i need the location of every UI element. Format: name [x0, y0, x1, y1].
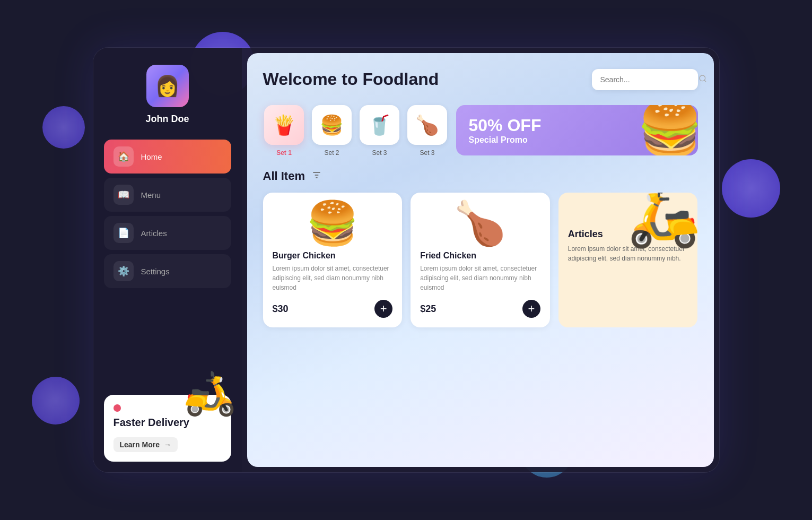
set-2-label: Set 2	[324, 149, 339, 157]
delivery-card: 🛵 Faster Delivery Learn More →	[104, 395, 231, 462]
sidebar-item-articles[interactable]: 📄 Articles	[104, 216, 231, 250]
sidebar-item-home[interactable]: 🏠 Home	[104, 140, 231, 174]
avatar: 👩	[146, 65, 189, 107]
home-icon: 🏠	[113, 146, 134, 167]
menu-icon: 📖	[113, 185, 134, 205]
promo-card[interactable]: 50% OFF Special Promo 🍔	[456, 105, 698, 155]
delivery-dot	[113, 404, 121, 412]
promo-text: 50% OFF Special Promo	[469, 116, 542, 145]
burger-image-icon: 🍔	[273, 202, 393, 245]
sidebar: 👩 John Doe 🏠 Home 📖 Menu 📄 Articles ⚙️ S…	[93, 48, 242, 472]
arrow-right-icon: →	[164, 440, 171, 449]
main-content: Welcome to Foodland 🍟	[247, 53, 714, 467]
promo-discount: 50% OFF	[469, 116, 542, 135]
set-1-icon-box: 🍟	[264, 105, 304, 145]
promo-burger-icon: 🍔	[637, 105, 698, 155]
burger-footer: $30 +	[273, 300, 393, 318]
avatar-person-icon: 👩	[155, 74, 180, 98]
category-sets: 🍟 Set 1 🍔 Set 2 🥤 Set 3	[263, 105, 449, 157]
category-set-3[interactable]: 🥤 Set 3	[359, 105, 401, 157]
bg-blob-3	[32, 377, 80, 424]
svg-point-0	[700, 75, 705, 81]
category-set-2[interactable]: 🍔 Set 2	[311, 105, 353, 157]
sidebar-item-settings[interactable]: ⚙️ Settings	[104, 254, 231, 288]
promo-label: Special Promo	[469, 135, 542, 145]
welcome-title: Welcome to Foodland	[263, 69, 439, 89]
search-bar	[592, 69, 698, 90]
category-set-1[interactable]: 🍟 Set 1	[263, 105, 305, 157]
food-card-burger: 🍔 Burger Chicken Lorem ipsum dolor sit a…	[263, 193, 403, 327]
category-set-4[interactable]: 🍗 Set 3	[406, 105, 449, 157]
burger-desc: Lorem ipsum dolor sit amet, consectetuer…	[273, 264, 393, 292]
categories-promo-row: 🍟 Set 1 🍔 Set 2 🥤 Set 3	[263, 105, 698, 157]
chicken-price: $25	[420, 304, 436, 315]
sidebar-item-articles-label: Articles	[141, 229, 167, 238]
items-grid: 🍔 Burger Chicken Lorem ipsum dolor sit a…	[263, 193, 698, 327]
sidebar-item-menu[interactable]: 📖 Menu	[104, 178, 231, 212]
bg-blob-5	[722, 159, 780, 218]
search-input[interactable]	[600, 75, 693, 84]
sidebar-item-home-label: Home	[141, 152, 162, 161]
set-3-icon-box: 🥤	[360, 105, 399, 145]
delivery-rider-icon: 🛵	[184, 368, 237, 418]
username-label: John Doe	[145, 114, 189, 125]
chicken-image-icon: 🍗	[420, 202, 540, 245]
articles-rider-icon: 🛵	[627, 193, 697, 250]
header: Welcome to Foodland	[263, 69, 698, 90]
all-items-header: All Item	[263, 169, 698, 183]
articles-card[interactable]: 🛵 Articles Lorem ipsum dolor sit amet, c…	[558, 193, 698, 327]
sidebar-item-settings-label: Settings	[141, 267, 170, 276]
chicken-add-button[interactable]: +	[522, 300, 540, 318]
chicken-name: Fried Chicken	[420, 251, 540, 261]
set-2-icon-box: 🍔	[312, 105, 352, 145]
search-icon	[699, 74, 707, 85]
articles-icon: 📄	[113, 223, 134, 243]
burger-price: $30	[273, 304, 289, 315]
food-card-chicken: 🍗 Fried Chicken Lorem ipsum dolor sit am…	[411, 193, 550, 327]
burger-add-button[interactable]: +	[374, 300, 392, 318]
settings-icon: ⚙️	[113, 261, 134, 281]
bg-blob-2	[42, 106, 85, 149]
burger-name: Burger Chicken	[273, 251, 393, 261]
set-4-label: Set 3	[420, 149, 434, 157]
sidebar-item-menu-label: Menu	[141, 190, 161, 200]
set-4-icon-box: 🍗	[407, 105, 447, 145]
nav-list: 🏠 Home 📖 Menu 📄 Articles ⚙️ Settings	[104, 140, 231, 288]
set-3-label: Set 3	[372, 149, 387, 157]
chicken-desc: Lorem ipsum dolor sit amet, consectetuer…	[420, 264, 540, 292]
chicken-footer: $25 +	[420, 300, 540, 318]
all-items-title: All Item	[263, 169, 305, 183]
set-1-label: Set 1	[276, 149, 292, 157]
learn-more-button[interactable]: Learn More →	[113, 437, 178, 452]
filter-icon[interactable]	[311, 170, 322, 183]
tablet-container: 👩 John Doe 🏠 Home 📖 Menu 📄 Articles ⚙️ S…	[93, 48, 719, 472]
